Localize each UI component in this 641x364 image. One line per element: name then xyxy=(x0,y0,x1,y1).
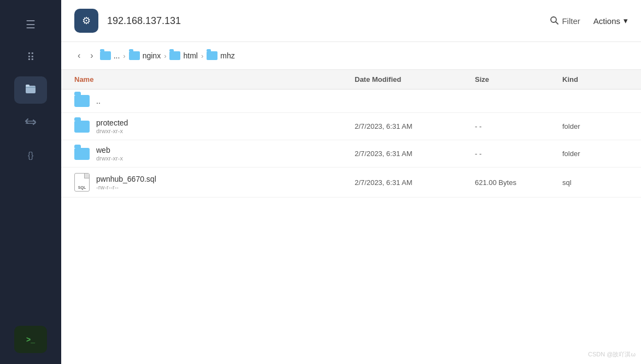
file-kind: folder xyxy=(562,122,628,130)
table-header: Name Date Modified Size Kind xyxy=(61,70,641,89)
server-icon: ⚙ xyxy=(74,9,98,33)
breadcrumb-html-label: html xyxy=(183,51,197,60)
column-header-size: Size xyxy=(475,75,562,83)
folder-icon xyxy=(207,51,217,60)
file-size: - - xyxy=(475,122,562,130)
breadcrumb-sep-3: › xyxy=(201,52,203,60)
folder-icon xyxy=(74,121,90,133)
server-address: 192.168.137.131 xyxy=(107,15,541,27)
file-name-text: protected drwxr-xr-x xyxy=(96,118,128,134)
file-date: 2/7/2023, 6:31 AM xyxy=(355,150,475,158)
file-size: 621.00 Bytes xyxy=(475,178,562,187)
file-date: 2/7/2023, 6:31 AM xyxy=(355,122,475,130)
column-header-name: Name xyxy=(74,75,355,83)
sidebar-item-files[interactable] xyxy=(14,76,47,104)
transfer-icon xyxy=(25,116,37,130)
actions-button[interactable]: Actions ▾ xyxy=(593,16,628,26)
breadcrumb-sep-1: › xyxy=(123,52,125,60)
folder-icon xyxy=(169,51,180,60)
breadcrumb-mhz[interactable]: mhz xyxy=(207,51,234,60)
search-icon xyxy=(550,16,558,26)
file-table: Name Date Modified Size Kind .. protecte… xyxy=(61,70,641,364)
file-permissions: -rw-r--r-- xyxy=(96,184,156,190)
file-permissions: drwxr-xr-x xyxy=(96,155,123,162)
header: ⚙ 192.168.137.131 Filter Actions ▾ xyxy=(61,0,641,42)
main-content: ⚙ 192.168.137.131 Filter Actions ▾ ‹ › xyxy=(61,0,641,364)
forward-button[interactable]: › xyxy=(87,50,96,62)
file-name-main: .. xyxy=(96,97,101,105)
terminal-icon: >_ xyxy=(26,335,35,344)
file-name-cell: protected drwxr-xr-x xyxy=(74,118,355,134)
file-name-text: pwnhub_6670.sql -rw-r--r-- xyxy=(96,175,156,190)
file-kind: folder xyxy=(562,150,628,158)
menu-icon: ☰ xyxy=(26,18,36,31)
sidebar-item-menu[interactable]: ☰ xyxy=(14,11,47,38)
sidebar-item-terminal[interactable]: >_ xyxy=(14,326,47,353)
svg-line-3 xyxy=(556,22,558,24)
breadcrumb-html[interactable]: html xyxy=(169,51,197,60)
actions-label: Actions xyxy=(593,16,620,26)
sidebar-item-code[interactable]: {} xyxy=(14,142,47,169)
back-button[interactable]: ‹ xyxy=(74,50,84,62)
gear-icon: ⚙ xyxy=(82,15,91,27)
folder-icon xyxy=(100,51,111,60)
column-header-date: Date Modified xyxy=(355,75,475,83)
table-row[interactable]: web drwxr-xr-x 2/7/2023, 6:31 AM - - fol… xyxy=(61,140,641,168)
sidebar-item-transfer[interactable] xyxy=(14,109,47,136)
breadcrumb-mhz-label: mhz xyxy=(220,51,234,60)
svg-rect-1 xyxy=(26,85,30,87)
file-name-main: pwnhub_6670.sql xyxy=(96,175,156,183)
file-size: - - xyxy=(475,150,562,158)
breadcrumb-nginx-label: nginx xyxy=(143,51,161,60)
breadcrumb-ellipsis-label: ... xyxy=(114,51,120,60)
sql-file-icon: SQL xyxy=(74,173,90,192)
sidebar-item-dashboard[interactable]: ⠿ xyxy=(14,44,47,71)
file-name-cell: web drwxr-xr-x xyxy=(74,146,355,162)
column-header-kind: Kind xyxy=(562,75,628,83)
filter-button[interactable]: Filter xyxy=(550,16,580,26)
file-kind: sql xyxy=(562,178,628,187)
file-name-main: web xyxy=(96,146,123,154)
sidebar: ☰ ⠿ {} >_ xyxy=(0,0,61,364)
breadcrumb-nginx[interactable]: nginx xyxy=(129,51,161,60)
file-name-text: web drwxr-xr-x xyxy=(96,146,123,162)
dashboard-icon: ⠿ xyxy=(27,51,35,64)
file-name-cell: SQL pwnhub_6670.sql -rw-r--r-- xyxy=(74,173,355,192)
file-permissions: drwxr-xr-x xyxy=(96,128,128,134)
header-actions: Filter Actions ▾ xyxy=(550,16,628,26)
breadcrumb: ‹ › ... › nginx › html › mhz xyxy=(61,42,641,70)
svg-rect-0 xyxy=(26,86,36,93)
file-name-main: protected xyxy=(96,118,128,127)
breadcrumb-sep-2: › xyxy=(164,52,166,60)
table-row[interactable]: protected drwxr-xr-x 2/7/2023, 6:31 AM -… xyxy=(61,113,641,140)
file-date: 2/7/2023, 6:31 AM xyxy=(355,178,475,187)
table-row[interactable]: .. xyxy=(61,89,641,113)
table-row[interactable]: SQL pwnhub_6670.sql -rw-r--r-- 2/7/2023,… xyxy=(61,168,641,198)
folder-icon xyxy=(129,51,140,60)
watermark: CSDN @故吖淇ω xyxy=(588,350,636,359)
chevron-down-icon: ▾ xyxy=(624,16,628,26)
file-name-cell: .. xyxy=(74,95,355,107)
breadcrumb-ellipsis[interactable]: ... xyxy=(100,51,120,60)
folder-icon xyxy=(74,95,90,107)
code-icon: {} xyxy=(28,151,34,160)
folder-icon xyxy=(74,148,90,160)
file-name-text: .. xyxy=(96,97,101,105)
files-icon xyxy=(25,83,37,98)
filter-label: Filter xyxy=(562,16,580,26)
